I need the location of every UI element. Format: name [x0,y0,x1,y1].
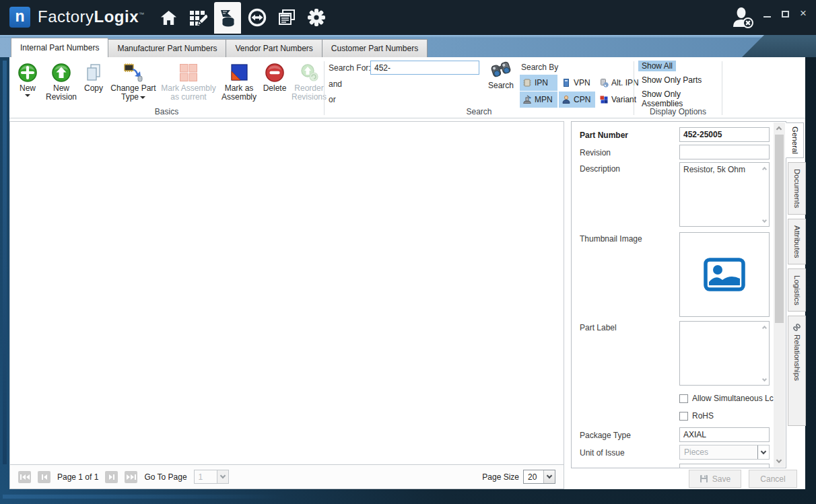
mpn-icon [522,95,532,104]
search-or-label: or [329,95,336,104]
allow-simultaneous-checkbox[interactable] [679,394,688,403]
goto-page-label: Go To Page [144,472,186,482]
nav-parts-button-selected[interactable] [213,0,242,35]
option-show-all[interactable]: Show All [638,61,676,71]
delete-button[interactable]: Delete [261,60,288,102]
side-tab-general[interactable]: General [786,122,804,158]
logo-letter: n [15,9,24,24]
side-tab-relationships[interactable]: Relationships [788,316,806,426]
scrollbar-up-icon[interactable] [776,127,782,132]
mark-assembly-as-current-button: Mark Assembly as current [160,60,217,102]
basics-group: New New Revision Copy [13,60,329,102]
save-floppy-icon [700,474,708,483]
part-list-empty[interactable] [10,122,564,464]
nav-documents-button[interactable] [272,0,302,35]
close-button[interactable]: × [800,10,807,17]
goto-page-dropdown-arrow [217,470,228,483]
new-button[interactable]: New [13,60,42,102]
panel-scrollbar[interactable] [774,122,785,467]
tab-strip-accent [742,35,816,57]
page-size-dropdown-arrow [543,470,555,483]
part-number-input[interactable] [679,127,770,142]
tab-vendor-part-numbers[interactable]: Vendor Part Numbers [226,39,322,57]
nav-planning-button[interactable] [183,0,213,35]
minimize-button[interactable] [763,11,771,17]
title-bar: n FactoryLogix™ [0,0,816,35]
partial-field-input[interactable] [679,464,770,468]
goto-page-select[interactable]: 1 [194,470,229,484]
tab-manufacturer-part-numbers[interactable]: Manufacturer Part Numbers [108,39,226,57]
basics-group-label: Basics [9,107,324,116]
new-revision-icon [51,63,71,83]
page-size-label: Page Size [482,472,519,482]
part-number-label: Part Number [580,131,628,140]
unit-of-issue-label: Unit of Issue [580,448,625,458]
scrollbar-down-icon[interactable] [776,458,782,463]
package-type-input[interactable] [679,427,770,442]
copy-icon [84,63,103,83]
change-part-type-button[interactable]: Change Part Type [108,60,159,102]
search-button[interactable]: Search [485,60,517,90]
filter-cpn[interactable]: CPN [559,92,595,108]
option-show-only-parts[interactable]: Show Only Parts [638,75,705,85]
ipn-icon [522,78,532,87]
brand-factory: Factory [38,7,94,26]
app-window: n FactoryLogix™ [0,0,816,504]
side-tab-attributes[interactable]: Attributes [788,219,806,264]
save-button[interactable]: Save [689,470,741,488]
reorder-revisions-button: Reorder Revisions [290,60,329,102]
part-list-region: Page 1 of 1 Go To Page 1 Page Size 20 [9,121,564,489]
nav-transfer-button[interactable] [242,0,272,35]
nav-settings-button[interactable] [302,0,331,35]
change-part-type-caret [140,96,145,99]
revision-input[interactable] [679,145,770,159]
maximize-button[interactable] [782,11,789,17]
brand-tm: ™ [139,11,145,17]
side-tab-logistics[interactable]: Logistics [788,268,806,312]
last-page-button[interactable] [125,471,137,483]
frame-accent-bottom [3,495,285,499]
allow-simultaneous-label: Allow Simultaneous Lc [692,394,774,403]
display-options-group-label: Display Options [634,107,722,116]
description-label: Description [580,164,620,174]
documents-icon [277,8,296,27]
description-textarea[interactable]: Resistor, 5k Ohm [679,162,770,227]
thumbnail-image-box[interactable] [679,232,770,317]
search-input[interactable] [370,61,479,75]
part-detail-panel: Part Number Revision Description Resisto… [571,121,786,468]
package-type-label: Package Type [580,431,631,440]
gear-icon [307,8,326,27]
page-size-select[interactable]: 20 [523,470,555,484]
option-show-only-assemblies[interactable]: Show Only Assemblies [638,89,722,109]
filter-vpn[interactable]: VPN [559,75,595,91]
unit-of-issue-select[interactable]: Pieces [679,445,770,460]
variant-icon [599,95,609,104]
assembly-grid-icon [178,63,199,83]
ribbon-toolbar: New New Revision Copy [9,57,805,118]
user-logout-button[interactable] [731,7,754,31]
first-page-button[interactable] [18,471,31,483]
tab-internal-part-numbers[interactable]: Internal Part Numbers [11,38,108,57]
delete-icon [265,63,285,83]
vpn-icon [562,78,571,87]
page-indicator: Page 1 of 1 [57,472,98,482]
side-tab-documents[interactable]: Documents [788,162,806,215]
rohs-checkbox[interactable] [679,412,688,421]
parts-database-icon [218,8,237,27]
frame-accent-left [3,61,7,464]
brand-logix: Logix [94,7,139,26]
scrollbar-thumb[interactable] [775,135,784,323]
new-revision-button[interactable]: New Revision [43,60,79,102]
filter-mpn[interactable]: MPN [520,92,557,108]
tab-customer-part-numbers[interactable]: Customer Part Numbers [322,39,428,57]
part-label-textarea[interactable] [679,321,770,386]
pagination-bar: Page 1 of 1 Go To Page 1 Page Size 20 [10,464,564,489]
cancel-button[interactable]: Cancel [749,470,797,488]
previous-page-button[interactable] [38,471,50,483]
filter-ipn[interactable]: IPN [520,75,557,91]
copy-button[interactable]: Copy [81,60,106,102]
search-and-label: and [329,79,342,89]
next-page-button[interactable] [105,471,118,483]
mark-as-assembly-button[interactable]: Mark as Assembly [218,60,260,102]
nav-home-button[interactable] [154,0,183,35]
